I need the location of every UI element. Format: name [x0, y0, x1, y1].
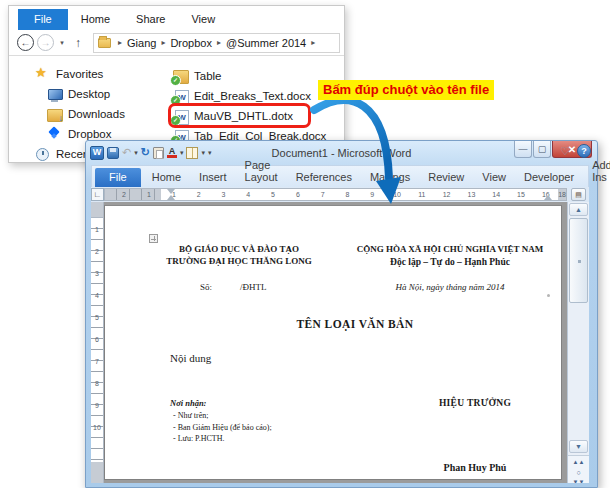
recipient-item: Ban Giám Hiệu (để báo cáo); [173, 422, 272, 434]
vruler-text-area: 12345678910 [91, 218, 103, 462]
view-ruler-toggle[interactable]: ▤ [571, 188, 586, 201]
ruler-number: 2 [111, 189, 136, 200]
file-name: Edit_Breaks_Text.docx [194, 90, 311, 102]
ruler-number: 13 [459, 189, 484, 200]
ruler-number: 1 [91, 218, 103, 240]
recipients-label: Nơi nhận: [170, 398, 206, 408]
recent-locations-dropdown-icon[interactable]: ▾ [57, 34, 67, 51]
first-line-indent-marker[interactable] [167, 189, 175, 194]
file-name: Table [194, 70, 222, 82]
quick-access-toolbar: W ↶ ▾ ↻ A ▾ ▾ ▾ [90, 146, 212, 160]
explorer-tab[interactable]: Share [123, 9, 178, 30]
up-button[interactable]: ↑ [70, 34, 86, 51]
ruler-number: 10 [91, 416, 103, 438]
ribbon-tab[interactable]: File [95, 168, 141, 187]
explorer-tab[interactable]: Home [68, 9, 123, 30]
ribbon-tab[interactable]: Page Layout [236, 156, 287, 187]
undo-icon[interactable]: ↶ [122, 146, 131, 160]
sidebar-item-label: Desktop [68, 88, 110, 100]
recipients-list: Như trên;Ban Giám Hiệu (để báo cáo);Lưu:… [173, 410, 272, 445]
ruler-number: 8 [91, 372, 103, 394]
sidebar-item-icon [35, 68, 50, 81]
scroll-up-icon[interactable]: ▲ [569, 203, 588, 216]
explorer-tab[interactable]: File [18, 9, 68, 30]
undo-dropdown-icon[interactable]: ▾ [134, 146, 138, 160]
maximize-button[interactable]: ▢ [533, 141, 551, 158]
file-icon [173, 110, 188, 123]
explorer-ribbon-tabs: File Home Share View [9, 6, 344, 30]
breadcrumb-item[interactable]: Dropbox [170, 37, 212, 49]
ribbon-tab[interactable]: Add-Ins [583, 156, 610, 187]
ruler-number: 14 [484, 189, 509, 200]
scrollbar-thumb[interactable] [569, 218, 588, 303]
minimize-button[interactable]: — [514, 141, 532, 158]
date-line: Hà Nội, ngày tháng năm 2014 [343, 282, 557, 292]
sidebar-item[interactable]: Favorites [9, 64, 173, 84]
ruler-number: 12 [434, 189, 459, 200]
right-indent-marker[interactable] [544, 195, 552, 200]
help-icon[interactable]: ? [577, 144, 591, 158]
save-icon[interactable] [107, 147, 119, 159]
breadcrumb-separator-icon: ▸ [306, 38, 320, 47]
ruler-number: 3 [211, 189, 236, 200]
ribbon-tab[interactable]: Insert [190, 168, 236, 187]
hanging-indent-marker[interactable] [167, 195, 175, 200]
breadcrumb-separator-icon: ▸ [113, 38, 127, 47]
paste-icon[interactable] [153, 147, 164, 159]
ruler-number: 4 [236, 189, 261, 200]
customize-qat-icon[interactable]: ▾ [208, 146, 212, 160]
ribbon-tab[interactable]: View [473, 168, 515, 187]
sidebar-item-icon [47, 88, 62, 101]
document-area: 12345678910 BỘ GIÁO DỤC VÀ ĐÀO TẠO TRƯỜN… [91, 202, 589, 483]
sidebar-item-label: Favorites [56, 68, 103, 80]
ribbon-tab[interactable]: Review [419, 168, 473, 187]
ruler-number: 3 [91, 262, 103, 284]
breadcrumb: ▸ Giang ▸ Dropbox ▸ @Summer 2014 [113, 37, 306, 49]
ruler-number: 4 [91, 284, 103, 306]
scroll-down-icon[interactable]: ▼ [569, 440, 588, 453]
breadcrumb-item[interactable]: @Summer 2014 [226, 37, 306, 49]
ruler-number: 5 [261, 189, 286, 200]
word-logo-icon[interactable]: W [90, 146, 104, 160]
file-row[interactable]: MauVB_DHTL.dotx [173, 106, 299, 126]
table-move-handle-icon[interactable] [149, 234, 158, 243]
org-left-block: BỘ GIÁO DỤC VÀ ĐÀO TẠO TRƯỜNG ĐẠI HỌC TH… [133, 243, 345, 267]
recipient-item: Như trên; [173, 410, 272, 422]
forward-button[interactable]: → [37, 34, 54, 51]
explorer-tab[interactable]: View [178, 9, 228, 30]
sidebar-item[interactable]: Desktop [9, 84, 173, 104]
borders-dropdown-icon[interactable]: ▾ [201, 146, 205, 160]
breadcrumb-item[interactable]: Giang [127, 37, 156, 49]
signer-name: Phan Huy Phú [395, 462, 555, 473]
font-color-letter: A [169, 147, 176, 155]
vertical-scrollbar: ▲ ▼ ▲▲ ○ ▼▼ [567, 202, 589, 483]
borders-icon[interactable] [186, 147, 198, 159]
ruler-number: 1 [136, 189, 161, 200]
ruler-left-margin: 21 [105, 189, 161, 200]
ruler-right-margin: 18 [558, 189, 566, 200]
select-browse-object-icon[interactable]: ○ [570, 468, 588, 477]
file-row[interactable]: Table [173, 66, 228, 86]
redo-icon[interactable]: ↻ [141, 146, 150, 160]
next-page-icon[interactable]: ▼▼ [570, 478, 588, 483]
font-color-dropdown-icon[interactable]: ▾ [180, 146, 184, 160]
sidebar-item[interactable]: Downloads [9, 104, 173, 124]
font-color-icon[interactable]: A [167, 146, 177, 160]
sidebar-item-icon [47, 108, 62, 121]
document-page[interactable]: BỘ GIÁO DỤC VÀ ĐÀO TẠO TRƯỜNG ĐẠI HỌC TH… [104, 205, 562, 480]
back-button[interactable]: ← [17, 34, 34, 51]
org-right-block: CỘNG HÒA XÃ HỘI CHỦ NGHĨA VIỆT NAM Độc l… [343, 243, 557, 268]
ribbon-tab[interactable]: Home [143, 168, 190, 187]
annotation-arrow [300, 86, 412, 210]
file-icon [173, 70, 188, 83]
sidebar-item-icon [47, 128, 62, 141]
ribbon-tab[interactable]: Developer [515, 168, 583, 187]
address-bar[interactable]: ▸ Giang ▸ Dropbox ▸ @Summer 2014 [93, 33, 340, 53]
tab-stop-selector[interactable]: ∟ [91, 188, 104, 201]
minimize-ribbon-icon[interactable]: ♡ [560, 145, 570, 158]
breadcrumb-separator-icon: ▸ [156, 38, 170, 47]
ruler-number: 5 [91, 306, 103, 328]
explorer-navigation-bar: ← → ▾ ↑ ▸ Giang ▸ Dropbox [9, 30, 344, 56]
ruler-number: 9 [91, 394, 103, 416]
previous-page-icon[interactable]: ▲▲ [570, 458, 588, 467]
